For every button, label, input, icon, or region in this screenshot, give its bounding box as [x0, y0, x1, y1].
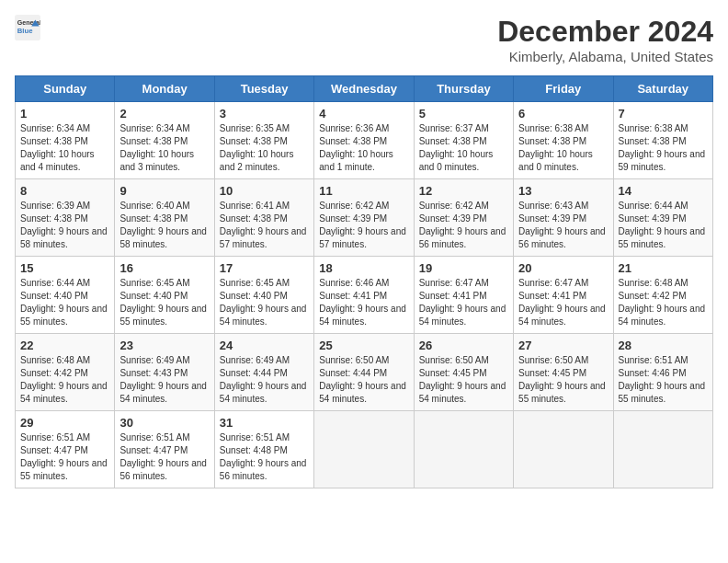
- day-info: Sunrise: 6:45 AMSunset: 4:40 PMDaylight:…: [119, 277, 209, 328]
- col-header-wednesday: Wednesday: [314, 76, 414, 102]
- week-row-1: 1Sunrise: 6:34 AMSunset: 4:38 PMDaylight…: [16, 102, 713, 179]
- day-info: Sunrise: 6:43 AMSunset: 4:39 PMDaylight:…: [518, 200, 608, 251]
- calendar-cell: [514, 411, 613, 488]
- day-info: Sunrise: 6:42 AMSunset: 4:39 PMDaylight:…: [319, 200, 408, 251]
- day-info: Sunrise: 6:49 AMSunset: 4:43 PMDaylight:…: [119, 354, 209, 406]
- day-info: Sunrise: 6:49 AMSunset: 4:44 PMDaylight:…: [220, 354, 309, 406]
- day-number: 16: [119, 261, 209, 275]
- calendar-cell: 1Sunrise: 6:34 AMSunset: 4:38 PMDaylight…: [16, 102, 115, 179]
- subtitle: Kimberly, Alabama, United States: [497, 49, 713, 64]
- day-number: 17: [220, 261, 309, 275]
- col-header-friday: Friday: [514, 76, 613, 102]
- calendar-cell: 27Sunrise: 6:50 AMSunset: 4:45 PMDayligh…: [514, 334, 613, 411]
- day-number: 5: [419, 107, 508, 121]
- calendar-cell: 15Sunrise: 6:44 AMSunset: 4:40 PMDayligh…: [16, 257, 115, 334]
- logo: General Blue: [15, 15, 40, 40]
- day-info: Sunrise: 6:44 AMSunset: 4:40 PMDaylight:…: [20, 277, 109, 328]
- calendar-cell: 26Sunrise: 6:50 AMSunset: 4:45 PMDayligh…: [414, 334, 513, 411]
- calendar-cell: 8Sunrise: 6:39 AMSunset: 4:38 PMDaylight…: [16, 179, 115, 257]
- day-number: 7: [619, 107, 708, 121]
- day-info: Sunrise: 6:35 AMSunset: 4:38 PMDaylight:…: [220, 122, 309, 174]
- day-info: Sunrise: 6:47 AMSunset: 4:41 PMDaylight:…: [419, 277, 508, 328]
- day-number: 3: [220, 107, 309, 121]
- day-number: 27: [518, 339, 608, 352]
- calendar-cell: 5Sunrise: 6:37 AMSunset: 4:38 PMDaylight…: [414, 102, 513, 179]
- day-number: 4: [319, 107, 408, 121]
- col-header-tuesday: Tuesday: [214, 76, 313, 102]
- day-number: 18: [319, 261, 408, 275]
- day-info: Sunrise: 6:48 AMSunset: 4:42 PMDaylight:…: [20, 354, 109, 406]
- calendar-cell: 2Sunrise: 6:34 AMSunset: 4:38 PMDaylight…: [115, 102, 214, 179]
- day-number: 9: [119, 184, 209, 198]
- col-header-thursday: Thursday: [414, 76, 513, 102]
- day-number: 19: [419, 261, 508, 275]
- day-number: 31: [220, 416, 309, 430]
- day-number: 8: [20, 184, 109, 198]
- svg-text:Blue: Blue: [17, 27, 33, 35]
- day-info: Sunrise: 6:34 AMSunset: 4:38 PMDaylight:…: [20, 122, 109, 174]
- day-number: 14: [619, 184, 708, 198]
- calendar-cell: 9Sunrise: 6:40 AMSunset: 4:38 PMDaylight…: [115, 179, 214, 257]
- calendar-cell: 31Sunrise: 6:51 AMSunset: 4:48 PMDayligh…: [214, 411, 313, 488]
- calendar-cell: 4Sunrise: 6:36 AMSunset: 4:38 PMDaylight…: [314, 102, 414, 179]
- calendar-cell: 19Sunrise: 6:47 AMSunset: 4:41 PMDayligh…: [414, 257, 513, 334]
- calendar-cell: 14Sunrise: 6:44 AMSunset: 4:39 PMDayligh…: [613, 179, 712, 257]
- day-number: 23: [119, 339, 209, 352]
- title-area: December 2024 Kimberly, Alabama, United …: [497, 15, 713, 64]
- day-number: 29: [20, 416, 109, 430]
- day-info: Sunrise: 6:41 AMSunset: 4:38 PMDaylight:…: [220, 200, 309, 251]
- calendar-cell: 23Sunrise: 6:49 AMSunset: 4:43 PMDayligh…: [115, 334, 214, 411]
- calendar-cell: 24Sunrise: 6:49 AMSunset: 4:44 PMDayligh…: [214, 334, 313, 411]
- day-info: Sunrise: 6:40 AMSunset: 4:38 PMDaylight:…: [119, 200, 209, 251]
- day-info: Sunrise: 6:42 AMSunset: 4:39 PMDaylight:…: [419, 200, 508, 251]
- day-number: 12: [419, 184, 508, 198]
- day-info: Sunrise: 6:44 AMSunset: 4:39 PMDaylight:…: [619, 200, 708, 251]
- calendar-cell: 20Sunrise: 6:47 AMSunset: 4:41 PMDayligh…: [514, 257, 613, 334]
- day-info: Sunrise: 6:48 AMSunset: 4:42 PMDaylight:…: [619, 277, 708, 328]
- calendar-cell: 22Sunrise: 6:48 AMSunset: 4:42 PMDayligh…: [16, 334, 115, 411]
- calendar-cell: 29Sunrise: 6:51 AMSunset: 4:47 PMDayligh…: [16, 411, 115, 488]
- day-number: 20: [518, 261, 608, 275]
- day-info: Sunrise: 6:47 AMSunset: 4:41 PMDaylight:…: [518, 277, 608, 328]
- calendar-table: SundayMondayTuesdayWednesdayThursdayFrid…: [15, 75, 713, 488]
- calendar-cell: 10Sunrise: 6:41 AMSunset: 4:38 PMDayligh…: [214, 179, 313, 257]
- day-info: Sunrise: 6:38 AMSunset: 4:38 PMDaylight:…: [619, 122, 708, 174]
- day-info: Sunrise: 6:51 AMSunset: 4:46 PMDaylight:…: [619, 354, 708, 406]
- week-row-4: 22Sunrise: 6:48 AMSunset: 4:42 PMDayligh…: [16, 334, 713, 411]
- calendar-cell: 18Sunrise: 6:46 AMSunset: 4:41 PMDayligh…: [314, 257, 414, 334]
- day-number: 30: [119, 416, 209, 430]
- header: General Blue December 2024 Kimberly, Ala…: [15, 15, 713, 64]
- week-row-3: 15Sunrise: 6:44 AMSunset: 4:40 PMDayligh…: [16, 257, 713, 334]
- day-number: 26: [419, 339, 508, 352]
- calendar-cell: 21Sunrise: 6:48 AMSunset: 4:42 PMDayligh…: [613, 257, 712, 334]
- day-info: Sunrise: 6:39 AMSunset: 4:38 PMDaylight:…: [20, 200, 109, 251]
- day-info: Sunrise: 6:50 AMSunset: 4:45 PMDaylight:…: [518, 354, 608, 406]
- day-info: Sunrise: 6:46 AMSunset: 4:41 PMDaylight:…: [319, 277, 408, 328]
- col-header-monday: Monday: [115, 76, 214, 102]
- day-info: Sunrise: 6:51 AMSunset: 4:47 PMDaylight:…: [119, 431, 209, 483]
- day-info: Sunrise: 6:34 AMSunset: 4:38 PMDaylight:…: [119, 122, 209, 174]
- calendar-cell: 12Sunrise: 6:42 AMSunset: 4:39 PMDayligh…: [414, 179, 513, 257]
- day-info: Sunrise: 6:45 AMSunset: 4:40 PMDaylight:…: [220, 277, 309, 328]
- day-info: Sunrise: 6:50 AMSunset: 4:44 PMDaylight:…: [319, 354, 408, 406]
- calendar-cell: 11Sunrise: 6:42 AMSunset: 4:39 PMDayligh…: [314, 179, 414, 257]
- calendar-cell: 6Sunrise: 6:38 AMSunset: 4:38 PMDaylight…: [514, 102, 613, 179]
- day-number: 28: [619, 339, 708, 352]
- day-info: Sunrise: 6:51 AMSunset: 4:47 PMDaylight:…: [20, 431, 109, 483]
- calendar-cell: [613, 411, 712, 488]
- calendar-cell: [414, 411, 513, 488]
- day-number: 25: [319, 339, 408, 352]
- day-info: Sunrise: 6:38 AMSunset: 4:38 PMDaylight:…: [518, 122, 608, 174]
- day-number: 2: [119, 107, 209, 121]
- calendar-cell: 17Sunrise: 6:45 AMSunset: 4:40 PMDayligh…: [214, 257, 313, 334]
- col-header-saturday: Saturday: [613, 76, 712, 102]
- calendar-cell: 25Sunrise: 6:50 AMSunset: 4:44 PMDayligh…: [314, 334, 414, 411]
- header-row: SundayMondayTuesdayWednesdayThursdayFrid…: [16, 76, 713, 102]
- day-info: Sunrise: 6:36 AMSunset: 4:38 PMDaylight:…: [319, 122, 408, 174]
- calendar-cell: [314, 411, 414, 488]
- col-header-sunday: Sunday: [16, 76, 115, 102]
- week-row-5: 29Sunrise: 6:51 AMSunset: 4:47 PMDayligh…: [16, 411, 713, 488]
- day-number: 24: [220, 339, 309, 352]
- calendar-cell: 16Sunrise: 6:45 AMSunset: 4:40 PMDayligh…: [115, 257, 214, 334]
- day-number: 13: [518, 184, 608, 198]
